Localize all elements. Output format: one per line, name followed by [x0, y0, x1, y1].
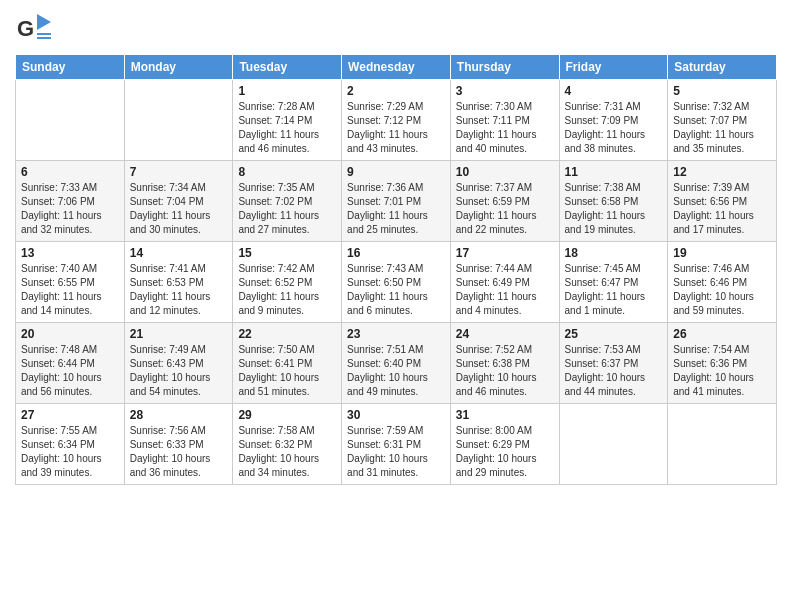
day-number: 10	[456, 165, 554, 179]
calendar-cell: 19Sunrise: 7:46 AM Sunset: 6:46 PM Dayli…	[668, 242, 777, 323]
day-number: 15	[238, 246, 336, 260]
calendar-week-row: 27Sunrise: 7:55 AM Sunset: 6:34 PM Dayli…	[16, 404, 777, 485]
calendar-cell: 13Sunrise: 7:40 AM Sunset: 6:55 PM Dayli…	[16, 242, 125, 323]
weekday-header-thursday: Thursday	[450, 55, 559, 80]
day-number: 21	[130, 327, 228, 341]
day-info: Sunrise: 7:37 AM Sunset: 6:59 PM Dayligh…	[456, 181, 554, 237]
day-info: Sunrise: 7:30 AM Sunset: 7:11 PM Dayligh…	[456, 100, 554, 156]
calendar-cell: 31Sunrise: 8:00 AM Sunset: 6:29 PM Dayli…	[450, 404, 559, 485]
calendar-cell: 18Sunrise: 7:45 AM Sunset: 6:47 PM Dayli…	[559, 242, 668, 323]
day-info: Sunrise: 7:40 AM Sunset: 6:55 PM Dayligh…	[21, 262, 119, 318]
day-number: 12	[673, 165, 771, 179]
calendar-week-row: 1Sunrise: 7:28 AM Sunset: 7:14 PM Daylig…	[16, 80, 777, 161]
calendar-cell: 29Sunrise: 7:58 AM Sunset: 6:32 PM Dayli…	[233, 404, 342, 485]
calendar-cell: 12Sunrise: 7:39 AM Sunset: 6:56 PM Dayli…	[668, 161, 777, 242]
calendar-cell: 21Sunrise: 7:49 AM Sunset: 6:43 PM Dayli…	[124, 323, 233, 404]
day-number: 9	[347, 165, 445, 179]
day-info: Sunrise: 7:34 AM Sunset: 7:04 PM Dayligh…	[130, 181, 228, 237]
day-info: Sunrise: 7:53 AM Sunset: 6:37 PM Dayligh…	[565, 343, 663, 399]
calendar-cell: 1Sunrise: 7:28 AM Sunset: 7:14 PM Daylig…	[233, 80, 342, 161]
day-info: Sunrise: 7:29 AM Sunset: 7:12 PM Dayligh…	[347, 100, 445, 156]
day-number: 4	[565, 84, 663, 98]
day-number: 8	[238, 165, 336, 179]
calendar-header-row: SundayMondayTuesdayWednesdayThursdayFrid…	[16, 55, 777, 80]
day-info: Sunrise: 7:33 AM Sunset: 7:06 PM Dayligh…	[21, 181, 119, 237]
day-number: 26	[673, 327, 771, 341]
day-number: 16	[347, 246, 445, 260]
calendar-cell: 30Sunrise: 7:59 AM Sunset: 6:31 PM Dayli…	[342, 404, 451, 485]
weekday-header-tuesday: Tuesday	[233, 55, 342, 80]
day-info: Sunrise: 7:32 AM Sunset: 7:07 PM Dayligh…	[673, 100, 771, 156]
calendar-cell: 27Sunrise: 7:55 AM Sunset: 6:34 PM Dayli…	[16, 404, 125, 485]
calendar-cell: 2Sunrise: 7:29 AM Sunset: 7:12 PM Daylig…	[342, 80, 451, 161]
calendar-week-row: 6Sunrise: 7:33 AM Sunset: 7:06 PM Daylig…	[16, 161, 777, 242]
calendar-cell: 26Sunrise: 7:54 AM Sunset: 6:36 PM Dayli…	[668, 323, 777, 404]
day-info: Sunrise: 7:45 AM Sunset: 6:47 PM Dayligh…	[565, 262, 663, 318]
day-number: 30	[347, 408, 445, 422]
day-number: 13	[21, 246, 119, 260]
calendar-cell: 28Sunrise: 7:56 AM Sunset: 6:33 PM Dayli…	[124, 404, 233, 485]
calendar-cell: 14Sunrise: 7:41 AM Sunset: 6:53 PM Dayli…	[124, 242, 233, 323]
day-info: Sunrise: 7:36 AM Sunset: 7:01 PM Dayligh…	[347, 181, 445, 237]
day-number: 23	[347, 327, 445, 341]
calendar-table: SundayMondayTuesdayWednesdayThursdayFrid…	[15, 54, 777, 485]
calendar-week-row: 20Sunrise: 7:48 AM Sunset: 6:44 PM Dayli…	[16, 323, 777, 404]
weekday-header-friday: Friday	[559, 55, 668, 80]
day-info: Sunrise: 7:46 AM Sunset: 6:46 PM Dayligh…	[673, 262, 771, 318]
day-info: Sunrise: 7:35 AM Sunset: 7:02 PM Dayligh…	[238, 181, 336, 237]
calendar-cell: 4Sunrise: 7:31 AM Sunset: 7:09 PM Daylig…	[559, 80, 668, 161]
day-info: Sunrise: 7:39 AM Sunset: 6:56 PM Dayligh…	[673, 181, 771, 237]
calendar-cell: 24Sunrise: 7:52 AM Sunset: 6:38 PM Dayli…	[450, 323, 559, 404]
day-number: 25	[565, 327, 663, 341]
day-info: Sunrise: 7:50 AM Sunset: 6:41 PM Dayligh…	[238, 343, 336, 399]
day-number: 17	[456, 246, 554, 260]
calendar-cell	[559, 404, 668, 485]
weekday-header-monday: Monday	[124, 55, 233, 80]
weekday-header-saturday: Saturday	[668, 55, 777, 80]
day-number: 27	[21, 408, 119, 422]
day-info: Sunrise: 7:58 AM Sunset: 6:32 PM Dayligh…	[238, 424, 336, 480]
day-info: Sunrise: 7:38 AM Sunset: 6:58 PM Dayligh…	[565, 181, 663, 237]
calendar-cell: 3Sunrise: 7:30 AM Sunset: 7:11 PM Daylig…	[450, 80, 559, 161]
day-info: Sunrise: 7:56 AM Sunset: 6:33 PM Dayligh…	[130, 424, 228, 480]
day-info: Sunrise: 7:59 AM Sunset: 6:31 PM Dayligh…	[347, 424, 445, 480]
weekday-header-sunday: Sunday	[16, 55, 125, 80]
calendar-cell: 17Sunrise: 7:44 AM Sunset: 6:49 PM Dayli…	[450, 242, 559, 323]
weekday-header-wednesday: Wednesday	[342, 55, 451, 80]
calendar-cell: 5Sunrise: 7:32 AM Sunset: 7:07 PM Daylig…	[668, 80, 777, 161]
day-number: 7	[130, 165, 228, 179]
day-info: Sunrise: 7:51 AM Sunset: 6:40 PM Dayligh…	[347, 343, 445, 399]
day-number: 22	[238, 327, 336, 341]
logo: G	[15, 10, 53, 46]
calendar-cell: 22Sunrise: 7:50 AM Sunset: 6:41 PM Dayli…	[233, 323, 342, 404]
calendar-cell: 7Sunrise: 7:34 AM Sunset: 7:04 PM Daylig…	[124, 161, 233, 242]
calendar-cell	[124, 80, 233, 161]
day-number: 28	[130, 408, 228, 422]
day-number: 11	[565, 165, 663, 179]
day-info: Sunrise: 7:52 AM Sunset: 6:38 PM Dayligh…	[456, 343, 554, 399]
calendar-cell: 9Sunrise: 7:36 AM Sunset: 7:01 PM Daylig…	[342, 161, 451, 242]
day-info: Sunrise: 7:49 AM Sunset: 6:43 PM Dayligh…	[130, 343, 228, 399]
calendar-cell: 16Sunrise: 7:43 AM Sunset: 6:50 PM Dayli…	[342, 242, 451, 323]
logo-icon: G	[15, 10, 51, 46]
calendar-cell	[668, 404, 777, 485]
day-number: 6	[21, 165, 119, 179]
header: G	[15, 10, 777, 46]
page: G SundayMondayTuesdayWednesdayThurs	[0, 0, 792, 612]
day-info: Sunrise: 7:43 AM Sunset: 6:50 PM Dayligh…	[347, 262, 445, 318]
day-info: Sunrise: 7:41 AM Sunset: 6:53 PM Dayligh…	[130, 262, 228, 318]
day-info: Sunrise: 7:48 AM Sunset: 6:44 PM Dayligh…	[21, 343, 119, 399]
day-info: Sunrise: 7:31 AM Sunset: 7:09 PM Dayligh…	[565, 100, 663, 156]
day-number: 20	[21, 327, 119, 341]
calendar-cell	[16, 80, 125, 161]
calendar-cell: 6Sunrise: 7:33 AM Sunset: 7:06 PM Daylig…	[16, 161, 125, 242]
day-info: Sunrise: 7:55 AM Sunset: 6:34 PM Dayligh…	[21, 424, 119, 480]
calendar-cell: 10Sunrise: 7:37 AM Sunset: 6:59 PM Dayli…	[450, 161, 559, 242]
calendar-week-row: 13Sunrise: 7:40 AM Sunset: 6:55 PM Dayli…	[16, 242, 777, 323]
calendar-cell: 23Sunrise: 7:51 AM Sunset: 6:40 PM Dayli…	[342, 323, 451, 404]
day-number: 2	[347, 84, 445, 98]
day-number: 29	[238, 408, 336, 422]
day-info: Sunrise: 7:42 AM Sunset: 6:52 PM Dayligh…	[238, 262, 336, 318]
calendar-cell: 20Sunrise: 7:48 AM Sunset: 6:44 PM Dayli…	[16, 323, 125, 404]
day-number: 31	[456, 408, 554, 422]
